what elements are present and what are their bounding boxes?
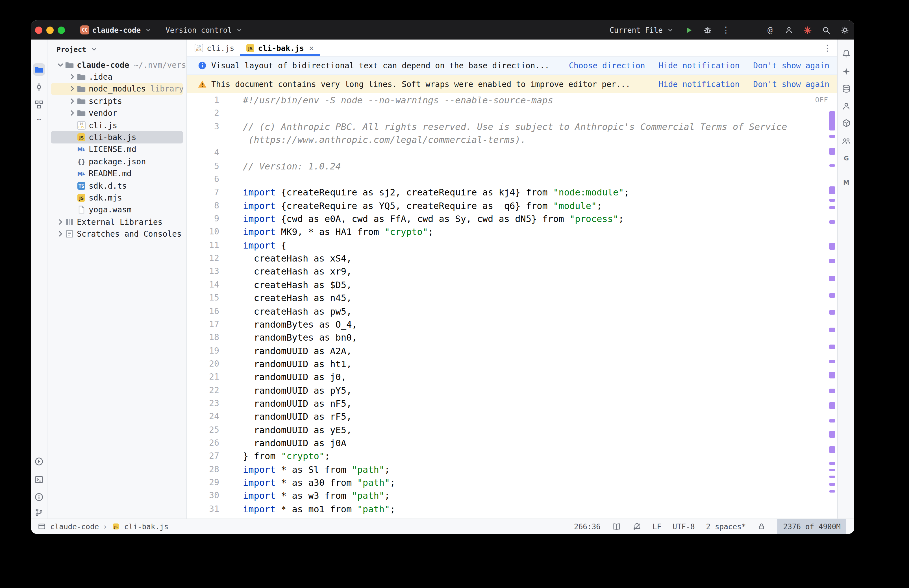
code-line[interactable]: 25 randomUUID as yE5,: [187, 423, 837, 437]
change-marker[interactable]: [829, 259, 835, 263]
code-line[interactable]: 2: [187, 107, 837, 120]
code-line[interactable]: 11import {: [187, 239, 837, 252]
chevron-down-icon[interactable]: [56, 60, 65, 69]
chevron-right-icon[interactable]: [68, 84, 77, 94]
maven-tool-button[interactable]: M: [840, 177, 852, 188]
tree-item-vendor[interactable]: vendor: [51, 107, 183, 119]
change-marker[interactable]: [829, 276, 835, 281]
run-config-widget[interactable]: Current File: [610, 26, 675, 34]
problems-tool-button[interactable]: [33, 491, 45, 503]
change-marker[interactable]: [829, 476, 835, 478]
commit-tool-button[interactable]: [33, 81, 45, 93]
code-line[interactable]: 23 randomUUID as nF5,: [187, 397, 837, 410]
tree-item-cli-bak-js[interactable]: JScli-bak.js: [51, 131, 183, 144]
code-line[interactable]: 1#!/usr/bin/env -S node --no-warnings --…: [187, 94, 837, 107]
change-marker[interactable]: [829, 111, 835, 131]
code-line[interactable]: 20 randomUUID as ht1,: [187, 357, 837, 371]
ai-tool-button[interactable]: [840, 66, 852, 78]
banner-link-hide-notification[interactable]: Hide notification: [659, 61, 740, 70]
project-widget[interactable]: claude-code: [92, 20, 153, 40]
change-marker[interactable]: [829, 148, 835, 155]
structure-tool-button[interactable]: [33, 98, 45, 111]
project-tool-button[interactable]: [33, 63, 45, 76]
change-marker[interactable]: [829, 402, 835, 409]
change-marker[interactable]: [829, 199, 835, 202]
highlighting-off-label[interactable]: OFF: [815, 96, 828, 104]
change-marker[interactable]: [829, 446, 835, 453]
code-line[interactable]: 28import * as Sl from "path";: [187, 463, 837, 476]
change-marker[interactable]: [829, 243, 835, 250]
tree-item-package-json[interactable]: {}package.json: [51, 155, 183, 168]
indent-widget[interactable]: 2 spaces*: [706, 522, 746, 531]
code-line[interactable]: 13 createHash as xr9,: [187, 265, 837, 278]
tree-item-cli-js[interactable]: 10OJScli.js: [51, 119, 183, 131]
code-line[interactable]: 14 createHash as $D5,: [187, 278, 837, 292]
terminal-tool-button[interactable]: [33, 473, 45, 486]
change-marker[interactable]: [829, 206, 835, 209]
git-tool-button[interactable]: [33, 506, 45, 519]
tree-item-scratches-and-consoles[interactable]: Scratches and Consoles: [51, 228, 183, 240]
code-line[interactable]: 7import {createRequire as sj2, createReq…: [187, 186, 837, 199]
tab-options-button[interactable]: ⋮: [823, 43, 832, 53]
code-line[interactable]: (https://www.anthropic.com/legal/commerc…: [187, 133, 837, 147]
notifications-bell-icon[interactable]: [840, 48, 852, 59]
ai-assistant-icon[interactable]: @: [765, 26, 775, 34]
dnd-mode-icon[interactable]: [632, 522, 641, 531]
more-tools-button[interactable]: ⋯: [33, 113, 45, 125]
code-line[interactable]: 5// Version: 1.0.24: [187, 160, 837, 173]
code-line[interactable]: 27} from "crypto";: [187, 450, 837, 463]
tree-item-external-libraries[interactable]: External Libraries: [51, 216, 183, 228]
change-marker[interactable]: [829, 389, 835, 393]
tree-item-node-modules[interactable]: node_moduleslibrary: [51, 83, 183, 95]
tree-item-sdk-d-ts[interactable]: TSsdk.d.ts: [51, 179, 183, 192]
code-line[interactable]: 19 randomUUID as A2A,: [187, 344, 837, 357]
tree-item-yoga-wasm[interactable]: yoga.wasm: [51, 204, 183, 216]
code-line[interactable]: 10import MK9, * as HA1 from "crypto";: [187, 226, 837, 239]
code-line[interactable]: 30import * as w3 from "path";: [187, 489, 837, 503]
change-marker[interactable]: [829, 469, 835, 471]
change-marker[interactable]: [829, 419, 835, 423]
change-marker[interactable]: [829, 220, 835, 224]
chevron-right-icon[interactable]: [68, 109, 77, 118]
minimize-window-button[interactable]: [46, 26, 53, 34]
close-window-button[interactable]: [35, 26, 42, 34]
code-line[interactable]: 6: [187, 173, 837, 186]
profile-tool-button[interactable]: [840, 100, 852, 112]
code-line[interactable]: 31import * as mo1 from "path";: [187, 502, 837, 516]
chevron-right-icon[interactable]: [56, 229, 65, 238]
change-marker[interactable]: [829, 310, 835, 315]
change-marker[interactable]: [829, 483, 835, 486]
change-marker[interactable]: [829, 372, 835, 378]
change-marker[interactable]: [829, 490, 835, 493]
change-marker[interactable]: [829, 462, 835, 465]
update-badge-icon[interactable]: [803, 26, 812, 34]
more-actions-button[interactable]: ⋮: [722, 26, 730, 34]
chevron-right-icon[interactable]: [68, 72, 77, 81]
line-separator-widget[interactable]: LF: [652, 522, 661, 531]
tree-item-scripts[interactable]: scripts: [51, 95, 183, 107]
code-line[interactable]: 16 createHash as pw5,: [187, 305, 837, 318]
change-marker[interactable]: [829, 186, 835, 194]
change-marker[interactable]: [829, 293, 835, 298]
tree-item-sdk-mjs[interactable]: JSsdk.mjs: [51, 192, 183, 204]
code-line[interactable]: 4: [187, 147, 837, 160]
banner-link-hide-notification[interactable]: Hide notification: [659, 79, 740, 89]
reader-mode-icon[interactable]: [612, 522, 621, 531]
code-line[interactable]: 9import {cwd as e0A, cwd as FfA, cwd as …: [187, 212, 837, 226]
tree-item-readme-md[interactable]: MREADME.md: [51, 168, 183, 179]
change-marker[interactable]: [829, 344, 835, 349]
code-line[interactable]: 26 randomUUID as j0A: [187, 437, 837, 450]
breadcrumb-file[interactable]: cli-bak.js: [124, 522, 169, 531]
gradle-tool-button[interactable]: G: [840, 152, 852, 164]
close-tab-icon[interactable]: ×: [309, 43, 314, 52]
project-panel-header[interactable]: Project: [47, 40, 186, 59]
change-marker[interactable]: [829, 135, 835, 138]
tree-item-license-md[interactable]: MLICENSE.md: [51, 143, 183, 155]
profile-icon[interactable]: [784, 26, 793, 34]
debug-button[interactable]: [703, 26, 712, 34]
change-marker[interactable]: [829, 431, 835, 438]
banner-link-don-t-show-again[interactable]: Don't show again: [753, 61, 829, 70]
code-line[interactable]: 22 randomUUID as pY5,: [187, 384, 837, 397]
code-line[interactable]: 3// (c) Anthropic PBC. All rights reserv…: [187, 120, 837, 133]
breadcrumb-project[interactable]: claude-code: [50, 522, 99, 531]
